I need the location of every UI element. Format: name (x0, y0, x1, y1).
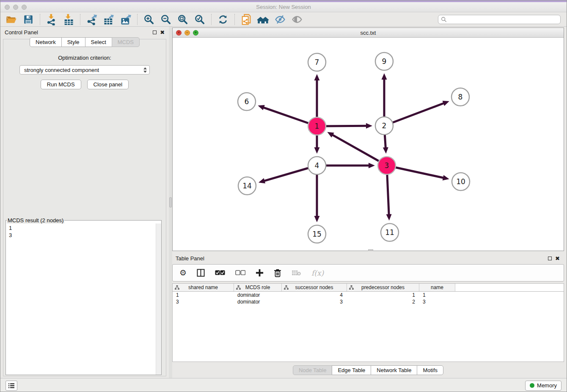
column-header-label: successor nodes (295, 284, 333, 290)
search-box[interactable] (438, 15, 561, 24)
tab-style[interactable]: Style (61, 37, 85, 47)
toolbar-separator (40, 14, 40, 25)
hide-selected-icon[interactable] (274, 14, 286, 25)
memory-button[interactable]: Memory (525, 381, 561, 391)
node-table: shared nameMCDS rolesuccessor nodesprede… (172, 283, 564, 362)
float-panel-icon[interactable] (153, 30, 157, 34)
import-network-icon[interactable] (45, 14, 58, 25)
cell-MCDS-role[interactable]: dominator (234, 292, 282, 298)
add-row-icon[interactable] (256, 269, 264, 277)
network-canvas[interactable]: 7968124314101511 (173, 38, 564, 251)
cell-name[interactable]: 3 (419, 298, 455, 305)
toolbar-separator (80, 14, 80, 25)
task-history-button[interactable] (6, 381, 17, 391)
column-header-MCDS-role[interactable]: MCDS role (234, 284, 282, 291)
memory-button-label: Memory (537, 382, 557, 389)
arrowhead-1-2 (366, 123, 372, 129)
settings-icon[interactable]: ⚙ (179, 268, 187, 278)
tab-motifs[interactable]: Motifs (417, 365, 443, 375)
cell-shared-name[interactable]: 3 (173, 298, 234, 305)
arrowhead-4-14 (259, 178, 265, 183)
splitter-handle-icon[interactable] (169, 197, 172, 207)
column-header-name[interactable]: name (419, 284, 455, 291)
node-label-10: 10 (456, 177, 465, 186)
edge-2-8[interactable] (384, 103, 444, 126)
export-network-icon[interactable] (85, 14, 98, 25)
deselect-all-icon[interactable] (235, 270, 245, 276)
show-all-glyph (291, 14, 303, 25)
close-panel-button[interactable]: Close panel (87, 80, 129, 89)
float-table-panel-icon[interactable] (548, 257, 552, 260)
table-row[interactable]: 1dominator411 (173, 292, 564, 298)
cell-successor-nodes[interactable]: 3 (282, 298, 347, 305)
function-builder-icon[interactable]: f(x) (311, 269, 324, 277)
select-all-icon[interactable] (215, 270, 225, 276)
zoom-in-icon[interactable] (143, 14, 155, 25)
arrowhead-2-8 (442, 101, 449, 106)
zoom-selected-icon[interactable] (193, 14, 206, 25)
show-all-icon[interactable] (291, 14, 303, 25)
hierarchy-icon (236, 285, 241, 290)
cell-name[interactable]: 1 (419, 292, 455, 298)
search-input[interactable] (449, 16, 558, 23)
zoom-out-icon[interactable] (160, 14, 172, 25)
cell-MCDS-role[interactable]: dominator (234, 298, 282, 305)
task-list-icon (8, 383, 15, 389)
cell-predecessor-nodes[interactable]: 2 (347, 298, 419, 305)
columns-icon[interactable] (197, 269, 205, 277)
first-neighbors-icon[interactable] (257, 14, 270, 25)
tab-network[interactable]: Network (30, 37, 62, 47)
column-header-successor-nodes[interactable]: successor nodes (282, 284, 347, 291)
hide-selected-glyph (274, 14, 286, 25)
criterion-dropdown[interactable]: strongly connected component (19, 65, 150, 75)
copy-network-icon[interactable] (240, 14, 253, 25)
first-neighbors-glyph (257, 13, 270, 26)
panel-splitter[interactable] (169, 27, 172, 378)
column-header-label: MCDS role (245, 284, 270, 290)
node-label-9: 9 (382, 57, 387, 66)
table-row[interactable]: 3dominator323 (173, 298, 564, 305)
tab-mcds[interactable]: MCDS (112, 37, 140, 47)
save-icon[interactable] (22, 14, 35, 25)
tab-edge-table[interactable]: Edge Table (332, 365, 371, 375)
refresh-icon[interactable] (217, 14, 229, 25)
tab-network-table[interactable]: Network Table (371, 365, 417, 375)
edge-3-1[interactable] (332, 135, 387, 166)
memory-status-icon (530, 383, 534, 388)
column-header-predecessor-nodes[interactable]: predecessor nodes (347, 284, 419, 291)
table-body: 1dominator4113dominator323 (173, 292, 564, 305)
delete-icon[interactable] (274, 269, 281, 277)
run-mcds-button[interactable]: Run MCDS (41, 80, 81, 89)
table-header-row: shared nameMCDS rolesuccessor nodesprede… (173, 284, 564, 292)
refresh-glyph (217, 14, 228, 25)
import-table-icon[interactable] (62, 14, 75, 25)
mcds-result-title: MCDS result (2 nodes) (7, 217, 64, 224)
arrowhead-4-3 (369, 163, 375, 168)
tab-node-table[interactable]: Node Table (293, 365, 333, 375)
network-window: ✕ − + scc.txt 7968124314101511 (172, 28, 564, 251)
column-header-shared-name[interactable]: shared name (173, 284, 234, 291)
cell-shared-name[interactable]: 1 (173, 292, 234, 298)
control-panel-header: Control Panel ✖ (0, 27, 169, 37)
import-table-glyph (63, 14, 74, 25)
criterion-dropdown-value: strongly connected component (24, 67, 143, 73)
delete-table-icon[interactable] (292, 270, 301, 276)
zoom-fit-icon[interactable] (176, 14, 189, 25)
table-panel-header: Table Panel ✖ (172, 253, 564, 263)
titlebar[interactable]: Session: New Session (0, 2, 567, 12)
tab-select[interactable]: Select (85, 37, 112, 47)
result-scrollbar[interactable] (156, 224, 161, 375)
cell-successor-nodes[interactable]: 4 (282, 292, 347, 298)
network-window-titlebar[interactable]: ✕ − + scc.txt (173, 28, 564, 38)
cell-predecessor-nodes[interactable]: 1 (347, 292, 419, 298)
delete-table-glyph (292, 270, 301, 276)
export-table-glyph (103, 14, 115, 25)
open-file-icon[interactable] (5, 14, 18, 25)
export-image-icon[interactable] (119, 14, 132, 25)
hierarchy-icon (349, 285, 354, 290)
close-table-panel-icon[interactable]: ✖ (555, 257, 560, 260)
canvas-splitter-handle[interactable] (368, 249, 373, 251)
column-header-label: predecessor nodes (361, 284, 405, 290)
close-panel-icon[interactable]: ✖ (160, 30, 165, 34)
export-table-icon[interactable] (102, 14, 115, 25)
